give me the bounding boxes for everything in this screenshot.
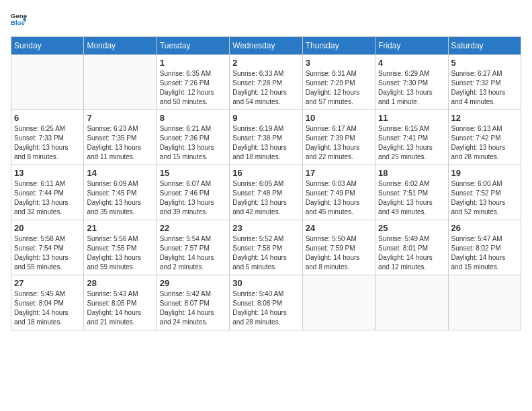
day-number: 24 [306,223,372,233]
day-info: Sunrise: 6:13 AM Sunset: 7:42 PM Dayligh… [451,124,518,162]
calendar-cell: 14Sunrise: 6:09 AM Sunset: 7:45 PM Dayli… [84,165,157,220]
svg-text:Blue: Blue [11,19,25,26]
day-number: 4 [378,58,445,68]
day-number: 28 [87,278,153,288]
calendar-cell: 27Sunrise: 5:45 AM Sunset: 8:04 PM Dayli… [11,275,84,330]
day-info: Sunrise: 6:23 AM Sunset: 7:35 PM Dayligh… [87,124,153,162]
calendar-cell [84,55,157,110]
calendar-cell: 30Sunrise: 5:40 AM Sunset: 8:08 PM Dayli… [230,275,302,330]
day-info: Sunrise: 6:31 AM Sunset: 7:29 PM Dayligh… [306,69,372,107]
day-info: Sunrise: 6:15 AM Sunset: 7:41 PM Dayligh… [378,124,445,162]
day-info: Sunrise: 5:58 AM Sunset: 7:54 PM Dayligh… [14,234,81,272]
calendar-cell: 29Sunrise: 5:42 AM Sunset: 8:07 PM Dayli… [157,275,229,330]
day-info: Sunrise: 6:02 AM Sunset: 7:51 PM Dayligh… [378,179,445,217]
day-info: Sunrise: 6:19 AM Sunset: 7:38 PM Dayligh… [232,124,299,162]
day-number: 17 [306,168,372,178]
day-info: Sunrise: 5:47 AM Sunset: 8:02 PM Dayligh… [451,234,518,272]
calendar-week-row: 27Sunrise: 5:45 AM Sunset: 8:04 PM Dayli… [11,275,521,330]
day-info: Sunrise: 6:29 AM Sunset: 7:30 PM Dayligh… [378,69,445,107]
day-number: 21 [87,223,153,233]
calendar-header-friday: Friday [375,37,448,55]
day-info: Sunrise: 5:45 AM Sunset: 8:04 PM Dayligh… [14,289,81,327]
calendar-cell: 25Sunrise: 5:49 AM Sunset: 8:01 PM Dayli… [375,220,448,275]
day-number: 3 [306,58,372,68]
calendar-cell: 17Sunrise: 6:03 AM Sunset: 7:49 PM Dayli… [302,165,375,220]
calendar-week-row: 6Sunrise: 6:25 AM Sunset: 7:33 PM Daylig… [11,110,521,165]
day-number: 13 [14,168,81,178]
calendar-week-row: 1Sunrise: 6:35 AM Sunset: 7:26 PM Daylig… [11,55,521,110]
day-number: 19 [451,168,518,178]
day-number: 20 [14,223,81,233]
day-info: Sunrise: 6:05 AM Sunset: 7:48 PM Dayligh… [232,179,299,217]
calendar-cell: 15Sunrise: 6:07 AM Sunset: 7:46 PM Dayli… [157,165,229,220]
day-info: Sunrise: 5:52 AM Sunset: 7:58 PM Dayligh… [232,234,299,272]
day-number: 5 [451,58,518,68]
day-info: Sunrise: 5:49 AM Sunset: 8:01 PM Dayligh… [378,234,445,272]
day-number: 7 [87,113,153,123]
calendar-cell: 11Sunrise: 6:15 AM Sunset: 7:41 PM Dayli… [375,110,448,165]
calendar-header-saturday: Saturday [448,37,521,55]
calendar-cell: 1Sunrise: 6:35 AM Sunset: 7:26 PM Daylig… [157,55,229,110]
calendar-cell: 16Sunrise: 6:05 AM Sunset: 7:48 PM Dayli… [230,165,302,220]
calendar-cell: 9Sunrise: 6:19 AM Sunset: 7:38 PM Daylig… [230,110,302,165]
day-info: Sunrise: 5:42 AM Sunset: 8:07 PM Dayligh… [160,289,226,327]
calendar-header-sunday: Sunday [11,37,84,55]
calendar-header-row: SundayMondayTuesdayWednesdayThursdayFrid… [11,37,521,55]
calendar-cell: 7Sunrise: 6:23 AM Sunset: 7:35 PM Daylig… [84,110,157,165]
calendar-cell [11,55,84,110]
day-number: 27 [14,278,81,288]
calendar-cell [302,275,375,330]
day-info: Sunrise: 6:21 AM Sunset: 7:36 PM Dayligh… [160,124,226,162]
day-number: 25 [378,223,445,233]
calendar-cell: 24Sunrise: 5:50 AM Sunset: 7:59 PM Dayli… [302,220,375,275]
calendar-cell: 8Sunrise: 6:21 AM Sunset: 7:36 PM Daylig… [157,110,229,165]
calendar-cell: 20Sunrise: 5:58 AM Sunset: 7:54 PM Dayli… [11,220,84,275]
day-info: Sunrise: 6:11 AM Sunset: 7:44 PM Dayligh… [14,179,81,217]
calendar-cell: 2Sunrise: 6:33 AM Sunset: 7:28 PM Daylig… [230,55,302,110]
day-info: Sunrise: 6:33 AM Sunset: 7:28 PM Dayligh… [232,69,299,107]
calendar-cell: 6Sunrise: 6:25 AM Sunset: 7:33 PM Daylig… [11,110,84,165]
day-number: 29 [160,278,226,288]
day-number: 16 [232,168,299,178]
header: General Blue [11,11,521,30]
day-info: Sunrise: 6:27 AM Sunset: 7:32 PM Dayligh… [451,69,518,107]
calendar-header-thursday: Thursday [302,37,375,55]
logo-icon: General Blue [11,11,27,30]
logo: General Blue [11,11,30,30]
day-number: 8 [160,113,226,123]
day-info: Sunrise: 5:43 AM Sunset: 8:05 PM Dayligh… [87,289,153,327]
calendar-cell [375,275,448,330]
calendar-cell: 21Sunrise: 5:56 AM Sunset: 7:55 PM Dayli… [84,220,157,275]
calendar-cell: 19Sunrise: 6:00 AM Sunset: 7:52 PM Dayli… [448,165,521,220]
calendar-cell: 22Sunrise: 5:54 AM Sunset: 7:57 PM Dayli… [157,220,229,275]
day-info: Sunrise: 6:35 AM Sunset: 7:26 PM Dayligh… [160,69,226,107]
day-info: Sunrise: 5:56 AM Sunset: 7:55 PM Dayligh… [87,234,153,272]
day-number: 14 [87,168,153,178]
calendar-cell: 12Sunrise: 6:13 AM Sunset: 7:42 PM Dayli… [448,110,521,165]
calendar-week-row: 13Sunrise: 6:11 AM Sunset: 7:44 PM Dayli… [11,165,521,220]
day-number: 18 [378,168,445,178]
calendar-cell: 10Sunrise: 6:17 AM Sunset: 7:39 PM Dayli… [302,110,375,165]
calendar-header-tuesday: Tuesday [157,37,229,55]
calendar-cell: 5Sunrise: 6:27 AM Sunset: 7:32 PM Daylig… [448,55,521,110]
calendar-cell: 26Sunrise: 5:47 AM Sunset: 8:02 PM Dayli… [448,220,521,275]
day-number: 23 [232,223,299,233]
day-number: 10 [306,113,372,123]
day-info: Sunrise: 5:50 AM Sunset: 7:59 PM Dayligh… [306,234,372,272]
calendar: SundayMondayTuesdayWednesdayThursdayFrid… [11,36,521,330]
calendar-cell [448,275,521,330]
calendar-cell: 28Sunrise: 5:43 AM Sunset: 8:05 PM Dayli… [84,275,157,330]
day-info: Sunrise: 6:03 AM Sunset: 7:49 PM Dayligh… [306,179,372,217]
day-info: Sunrise: 6:25 AM Sunset: 7:33 PM Dayligh… [14,124,81,162]
day-number: 11 [378,113,445,123]
day-number: 26 [451,223,518,233]
day-number: 30 [232,278,299,288]
day-info: Sunrise: 6:17 AM Sunset: 7:39 PM Dayligh… [306,124,372,162]
day-number: 1 [160,58,226,68]
day-number: 6 [14,113,81,123]
calendar-cell: 18Sunrise: 6:02 AM Sunset: 7:51 PM Dayli… [375,165,448,220]
calendar-header-monday: Monday [84,37,157,55]
calendar-cell: 13Sunrise: 6:11 AM Sunset: 7:44 PM Dayli… [11,165,84,220]
day-info: Sunrise: 5:54 AM Sunset: 7:57 PM Dayligh… [160,234,226,272]
day-number: 22 [160,223,226,233]
